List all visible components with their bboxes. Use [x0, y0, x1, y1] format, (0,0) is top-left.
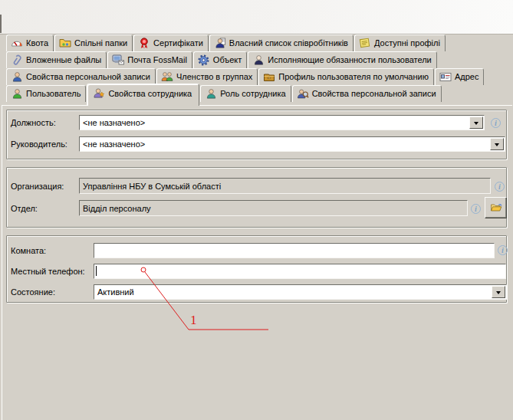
text-caret	[96, 266, 97, 276]
tab-label: Исполняющие обязанности пользователи	[268, 55, 431, 64]
window-top-band	[0, 0, 513, 34]
profile-book-icon	[263, 71, 275, 83]
tab-r1-3[interactable]: Сертифікати	[133, 34, 209, 51]
person-star-icon	[93, 87, 105, 99]
tab-label: Адрес	[455, 72, 479, 81]
tab-r3-1[interactable]: Свойства персональной записи	[6, 68, 156, 85]
tab-r1-5[interactable]: Доступні профілі	[354, 34, 446, 51]
tab-r4-3[interactable]: Роль сотрудника	[200, 85, 291, 102]
tab-r1-1[interactable]: Квота	[6, 34, 54, 51]
user-group-icon	[161, 71, 173, 83]
tab-label: Роль сотрудника	[220, 89, 285, 98]
tab-r4-1[interactable]: Пользователь	[6, 85, 86, 102]
tab-label: Сертифікати	[153, 38, 203, 48]
tab-r1-2[interactable]: Спільні папки	[54, 34, 133, 51]
certificate-icon	[138, 38, 150, 49]
tab-row-4: ПользовательСвойства сотрудникаРоль сотр…	[6, 85, 442, 102]
tab-label: Почта FossMail	[127, 55, 187, 64]
tab-label: Объект	[213, 55, 242, 64]
tab-label: Спільні папки	[74, 38, 127, 48]
tab-r1-4[interactable]: Власний список співробітників	[209, 34, 354, 51]
shared-folder-icon	[59, 38, 71, 49]
tab-r4-4[interactable]: Свойства персональной записи	[292, 85, 442, 102]
tab-r2-1[interactable]: Вложенные файлы	[6, 51, 107, 68]
tab-label: Свойства сотрудника	[108, 89, 192, 98]
tab-label: Пользователь	[26, 89, 81, 98]
tab-r4-2-active[interactable]: Свойства сотрудника	[87, 84, 199, 106]
mail-computer-icon	[112, 54, 124, 66]
tab-label: Квота	[26, 38, 48, 48]
tab-label: Власний список співробітників	[229, 38, 348, 48]
tab-label: Членство в группах	[176, 72, 252, 81]
tab-row-1: КвотаСпільні папкиСертифікатиВласний спи…	[6, 34, 446, 51]
notes-icon	[359, 38, 371, 49]
tab-page-panel	[2, 105, 512, 420]
gauge-icon	[11, 38, 23, 49]
person-teal-icon	[205, 88, 217, 100]
address-card-icon	[439, 71, 452, 83]
tab-r2-3[interactable]: Объект	[193, 51, 247, 68]
tab-row-2: Вложенные файлыПочта FossMailОбъектИспол…	[6, 51, 438, 68]
left-edge-mark	[0, 15, 2, 33]
tab-label: Доступні профілі	[374, 38, 440, 48]
person-magnifier-icon	[297, 88, 309, 100]
tab-r3-2[interactable]: Членство в группах	[156, 68, 258, 85]
tab-label: Профиль пользователя по умолчанию	[278, 72, 429, 81]
gear-icon	[198, 54, 210, 66]
person-blue-icon	[11, 71, 23, 83]
tab-r3-3[interactable]: Профиль пользователя по умолчанию	[258, 68, 434, 85]
tab-r2-2[interactable]: Почта FossMail	[107, 51, 192, 68]
tab-label: Свойства персональной записи	[312, 89, 436, 98]
tab-r3-4[interactable]: Адрес	[435, 68, 485, 85]
tab-r2-4[interactable]: Исполняющие обязанности пользователи	[248, 51, 436, 68]
tab-row-3: Свойства персональной записиЧленство в г…	[6, 68, 485, 85]
tab-label: Свойства персональной записи	[26, 72, 150, 81]
paperclip-icon	[11, 54, 23, 66]
tab-label: Вложенные файлы	[26, 55, 101, 64]
person-mask-icon	[252, 54, 265, 66]
person-green-icon	[11, 88, 23, 100]
person-list-icon	[214, 38, 226, 49]
